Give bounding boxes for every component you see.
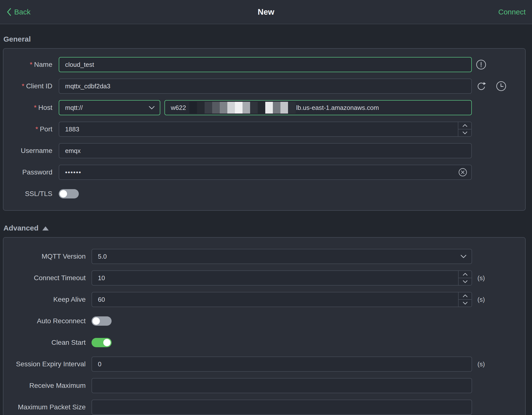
password-label: Password xyxy=(3,168,52,176)
receive-maximum-input[interactable] xyxy=(92,378,472,393)
keep-alive-stepper xyxy=(458,292,472,307)
form-row-mqtt-version: MQTT Version 5.0 xyxy=(3,249,525,264)
stepper-up-button[interactable] xyxy=(459,271,472,278)
history-clock-icon[interactable] xyxy=(496,81,507,92)
username-input[interactable] xyxy=(59,143,472,158)
password-input[interactable] xyxy=(59,165,472,180)
client-id-input[interactable] xyxy=(59,79,472,94)
stepper-up-button[interactable] xyxy=(458,122,471,129)
stepper-down-button[interactable] xyxy=(459,300,472,307)
connect-timeout-stepper xyxy=(458,271,472,285)
stepper-down-button[interactable] xyxy=(458,129,471,136)
stepper-down-button[interactable] xyxy=(459,278,472,285)
censored-host-blur xyxy=(189,102,296,114)
keep-alive-label: Keep Alive xyxy=(3,296,86,303)
client-id-label: Client ID xyxy=(26,82,52,90)
ssl-label: SSL/TLS xyxy=(3,190,52,198)
port-label: Port xyxy=(40,125,52,133)
form-row-clean-start: Clean Start xyxy=(3,335,525,350)
mqtt-version-label: MQTT Version xyxy=(3,253,86,260)
form-row-session-expiry: Session Expiry Interval (s) xyxy=(3,357,525,372)
port-stepper xyxy=(458,122,471,136)
form-row-name: *Name xyxy=(3,57,525,72)
general-title-text: General xyxy=(3,35,31,43)
auto-reconnect-label: Auto Reconnect xyxy=(3,317,86,325)
general-card: *Name *Client ID xyxy=(3,48,526,211)
clean-start-toggle[interactable] xyxy=(92,338,112,347)
section-advanced-title[interactable]: Advanced xyxy=(3,224,532,232)
connect-timeout-input[interactable] xyxy=(92,270,472,286)
host-address-prefix: w622 xyxy=(171,104,186,112)
form-row-keep-alive: Keep Alive (s) xyxy=(3,292,525,307)
stepper-down-icon xyxy=(463,131,467,134)
max-packet-size-input[interactable] xyxy=(92,400,472,415)
form-row-host: *Host mqtt:// w622 lb.us-east-1.amazonaw… xyxy=(3,100,525,115)
host-protocol-select[interactable]: mqtt:// xyxy=(59,100,160,115)
receive-maximum-label: Receive Maximum xyxy=(3,382,86,390)
port-input[interactable] xyxy=(59,122,472,137)
required-asterisk: * xyxy=(34,104,37,111)
stepper-up-button[interactable] xyxy=(459,292,472,300)
refresh-icon[interactable] xyxy=(476,81,486,92)
session-expiry-input[interactable] xyxy=(92,357,472,372)
back-label: Back xyxy=(14,8,31,16)
stepper-up-icon xyxy=(463,294,468,297)
password-clear-icon[interactable] xyxy=(458,168,467,177)
stepper-up-icon xyxy=(463,124,467,127)
keep-alive-unit: (s) xyxy=(477,296,485,303)
form-row-connect-timeout: Connect Timeout (s) xyxy=(3,270,525,286)
collapse-triangle-icon xyxy=(42,226,49,231)
ssl-toggle[interactable] xyxy=(59,189,79,198)
section-general-title: General xyxy=(3,35,532,43)
required-asterisk: * xyxy=(22,82,24,90)
advanced-card: MQTT Version 5.0 Connect Timeout xyxy=(3,237,526,415)
connect-timeout-label: Connect Timeout xyxy=(3,274,86,282)
form-row-password: Password xyxy=(3,165,525,180)
form-row-auto-reconnect: Auto Reconnect xyxy=(3,313,525,329)
toggle-knob xyxy=(60,190,67,197)
username-label: Username xyxy=(3,147,52,155)
mqtt-version-select[interactable]: 5.0 xyxy=(92,249,472,264)
toggle-knob xyxy=(93,317,100,325)
required-asterisk: * xyxy=(35,125,38,133)
form-row-port: *Port xyxy=(3,122,525,137)
stepper-down-icon xyxy=(463,302,468,305)
host-address-suffix: lb.us-east-1.amazonaws.com xyxy=(296,104,379,112)
auto-reconnect-toggle[interactable] xyxy=(92,316,112,326)
name-input[interactable] xyxy=(59,57,472,72)
stepper-down-icon xyxy=(463,280,468,283)
advanced-title-text: Advanced xyxy=(3,224,38,232)
connect-button[interactable]: Connect xyxy=(498,8,526,16)
stepper-up-icon xyxy=(463,273,468,276)
form-row-client-id: *Client ID xyxy=(3,79,525,94)
host-protocol-value: mqtt:// xyxy=(65,104,83,112)
name-label: Name xyxy=(34,61,52,68)
host-label: Host xyxy=(38,104,52,111)
back-button[interactable]: Back xyxy=(6,7,31,17)
top-bar: Back New Connect xyxy=(0,0,532,24)
page-title: New xyxy=(258,7,274,17)
form-row-receive-maximum: Receive Maximum xyxy=(3,378,525,393)
max-packet-size-label: Maximum Packet Size xyxy=(3,403,86,411)
form-row-username: Username xyxy=(3,143,525,158)
mqtt-version-value: 5.0 xyxy=(98,253,107,260)
form-row-max-packet-size: Maximum Packet Size xyxy=(3,400,525,415)
session-expiry-unit: (s) xyxy=(477,360,485,368)
toggle-knob xyxy=(103,339,111,346)
host-address-field[interactable]: w622 lb.us-east-1.amazonaws.com xyxy=(164,100,472,115)
connect-timeout-unit: (s) xyxy=(477,274,485,282)
info-circle-icon xyxy=(476,59,486,70)
chevron-down-icon xyxy=(149,106,155,110)
required-asterisk: * xyxy=(30,61,32,68)
session-expiry-label: Session Expiry Interval xyxy=(3,360,86,368)
form-row-ssl: SSL/TLS xyxy=(3,186,525,201)
chevron-down-icon xyxy=(460,254,467,258)
keep-alive-input[interactable] xyxy=(92,292,472,307)
back-chevron-icon xyxy=(6,7,12,17)
clean-start-label: Clean Start xyxy=(3,339,86,346)
